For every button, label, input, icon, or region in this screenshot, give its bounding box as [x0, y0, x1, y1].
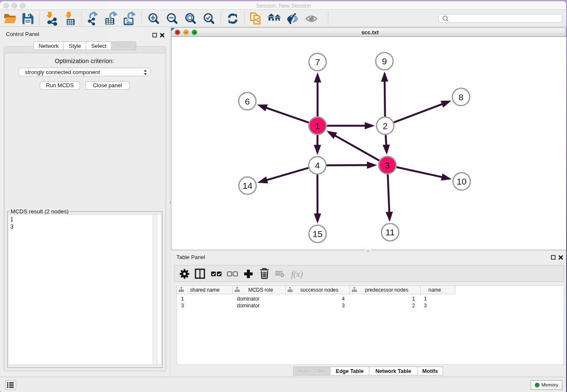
svg-text:4: 4 — [315, 160, 320, 170]
svg-text:7: 7 — [315, 57, 320, 67]
svg-text:6: 6 — [245, 97, 250, 106]
svg-text:1: 1 — [315, 121, 320, 131]
svg-text:3: 3 — [385, 160, 390, 170]
svg-text:f(x): f(x) — [291, 269, 303, 279]
svg-text:15: 15 — [313, 229, 322, 239]
svg-text:14: 14 — [242, 181, 253, 190]
svg-text:8: 8 — [459, 92, 464, 102]
svg-text:10: 10 — [457, 177, 466, 186]
svg-text:2: 2 — [383, 121, 388, 131]
svg-text:11: 11 — [385, 227, 395, 237]
svg-text:9: 9 — [382, 56, 387, 66]
